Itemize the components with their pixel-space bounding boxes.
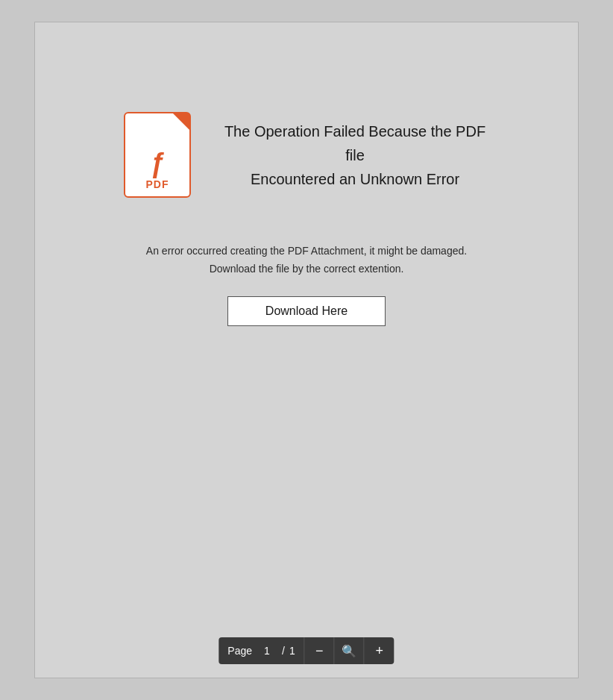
bottom-toolbar: Page / 1 − 🔍 + bbox=[219, 637, 394, 664]
zoom-out-button[interactable]: − bbox=[305, 637, 335, 664]
acrobat-symbol: ƒ bbox=[150, 150, 165, 177]
zoom-fit-button[interactable]: 🔍 bbox=[335, 637, 365, 664]
page-indicator: Page / 1 bbox=[219, 637, 304, 664]
zoom-in-button[interactable]: + bbox=[365, 637, 394, 664]
zoom-out-icon: − bbox=[315, 643, 324, 659]
toolbar-controls: − 🔍 + bbox=[305, 637, 394, 664]
page-number-input[interactable] bbox=[257, 645, 277, 657]
pdf-icon-body: ƒ PDF bbox=[124, 112, 191, 198]
zoom-in-icon: + bbox=[375, 643, 383, 659]
error-title-line2: Encountered an Unknown Error bbox=[251, 171, 459, 187]
page-separator: / bbox=[282, 645, 285, 657]
error-title: The Operation Failed Because the PDF fil… bbox=[221, 119, 489, 191]
download-button[interactable]: Download Here bbox=[227, 296, 386, 326]
error-body: An error occurred creating the PDF Attac… bbox=[146, 243, 467, 278]
pdf-viewer-container: ƒ PDF The Operation Failed Because the P… bbox=[34, 22, 579, 678]
error-body-line1: An error occurred creating the PDF Attac… bbox=[146, 245, 467, 257]
pdf-icon: ƒ PDF bbox=[124, 112, 191, 198]
pdf-icon-corner bbox=[173, 113, 189, 130]
total-pages: 1 bbox=[289, 645, 295, 657]
top-section: ƒ PDF The Operation Failed Because the P… bbox=[124, 112, 489, 198]
error-body-line2: Download the file by the correct extenti… bbox=[210, 263, 404, 275]
content-area: ƒ PDF The Operation Failed Because the P… bbox=[35, 112, 578, 326]
page-label: Page bbox=[227, 645, 252, 657]
pdf-label: PDF bbox=[146, 178, 169, 190]
zoom-icon: 🔍 bbox=[342, 644, 356, 658]
error-title-line1: The Operation Failed Because the PDF fil… bbox=[224, 123, 485, 163]
